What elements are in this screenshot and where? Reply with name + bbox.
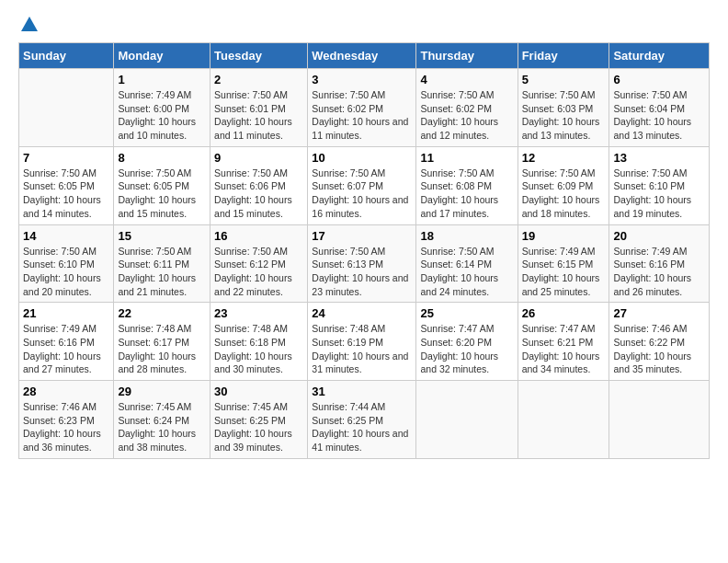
day-number: 27 xyxy=(613,306,705,320)
column-header-thursday: Thursday xyxy=(416,43,518,69)
day-info: Sunrise: 7:50 AM Sunset: 6:08 PM Dayligh… xyxy=(420,167,513,221)
day-info: Sunrise: 7:49 AM Sunset: 6:15 PM Dayligh… xyxy=(522,245,606,299)
day-info: Sunrise: 7:49 AM Sunset: 6:00 PM Dayligh… xyxy=(118,88,206,143)
day-number: 8 xyxy=(118,151,206,165)
calendar-cell: 28Sunrise: 7:46 AM Sunset: 6:23 PM Dayli… xyxy=(19,381,114,459)
day-number: 2 xyxy=(214,73,303,86)
calendar-cell: 11Sunrise: 7:50 AM Sunset: 6:08 PM Dayli… xyxy=(416,146,518,224)
calendar-cell: 12Sunrise: 7:50 AM Sunset: 6:09 PM Dayli… xyxy=(518,146,609,224)
day-info: Sunrise: 7:50 AM Sunset: 6:04 PM Dayligh… xyxy=(613,88,705,143)
day-number: 31 xyxy=(312,385,412,398)
calendar-cell: 22Sunrise: 7:48 AM Sunset: 6:17 PM Dayli… xyxy=(114,303,210,381)
day-info: Sunrise: 7:50 AM Sunset: 6:10 PM Dayligh… xyxy=(613,167,705,221)
day-info: Sunrise: 7:50 AM Sunset: 6:11 PM Dayligh… xyxy=(118,245,206,299)
day-info: Sunrise: 7:46 AM Sunset: 6:23 PM Dayligh… xyxy=(23,400,109,454)
column-header-wednesday: Wednesday xyxy=(308,43,416,69)
calendar-cell: 14Sunrise: 7:50 AM Sunset: 6:10 PM Dayli… xyxy=(19,224,114,303)
day-number: 10 xyxy=(312,151,412,165)
calendar-cell: 1Sunrise: 7:49 AM Sunset: 6:00 PM Daylig… xyxy=(114,69,210,147)
day-info: Sunrise: 7:49 AM Sunset: 6:16 PM Dayligh… xyxy=(613,245,705,299)
day-number: 17 xyxy=(312,229,412,243)
day-number: 30 xyxy=(214,385,303,398)
calendar-cell: 8Sunrise: 7:50 AM Sunset: 6:05 PM Daylig… xyxy=(114,146,210,224)
day-info: Sunrise: 7:50 AM Sunset: 6:06 PM Dayligh… xyxy=(214,167,303,221)
day-number: 3 xyxy=(312,73,412,86)
column-header-tuesday: Tuesday xyxy=(210,43,308,69)
day-number: 6 xyxy=(613,73,705,86)
day-number: 4 xyxy=(420,73,513,86)
day-info: Sunrise: 7:50 AM Sunset: 6:12 PM Dayligh… xyxy=(214,245,303,299)
calendar-cell: 29Sunrise: 7:45 AM Sunset: 6:24 PM Dayli… xyxy=(114,381,210,459)
calendar-cell: 21Sunrise: 7:49 AM Sunset: 6:16 PM Dayli… xyxy=(19,303,114,381)
day-info: Sunrise: 7:50 AM Sunset: 6:02 PM Dayligh… xyxy=(420,88,513,143)
calendar-cell: 24Sunrise: 7:48 AM Sunset: 6:19 PM Dayli… xyxy=(308,303,416,381)
column-header-saturday: Saturday xyxy=(609,43,710,69)
day-number: 23 xyxy=(214,306,303,320)
logo xyxy=(18,18,40,28)
day-number: 9 xyxy=(214,151,303,165)
column-header-sunday: Sunday xyxy=(19,43,114,69)
column-header-friday: Friday xyxy=(518,43,609,69)
day-number: 13 xyxy=(613,151,705,165)
day-info: Sunrise: 7:50 AM Sunset: 6:13 PM Dayligh… xyxy=(312,245,412,299)
day-number: 25 xyxy=(420,306,513,320)
day-info: Sunrise: 7:48 AM Sunset: 6:19 PM Dayligh… xyxy=(312,322,412,376)
calendar-cell xyxy=(416,381,518,459)
calendar-cell: 10Sunrise: 7:50 AM Sunset: 6:07 PM Dayli… xyxy=(308,146,416,224)
svg-marker-0 xyxy=(21,17,38,31)
calendar-cell: 6Sunrise: 7:50 AM Sunset: 6:04 PM Daylig… xyxy=(609,69,710,147)
calendar-cell: 7Sunrise: 7:50 AM Sunset: 6:05 PM Daylig… xyxy=(19,146,114,224)
calendar-table: SundayMondayTuesdayWednesdayThursdayFrid… xyxy=(18,42,710,459)
calendar-cell xyxy=(518,381,609,459)
day-info: Sunrise: 7:47 AM Sunset: 6:21 PM Dayligh… xyxy=(522,322,606,376)
calendar-cell: 23Sunrise: 7:48 AM Sunset: 6:18 PM Dayli… xyxy=(210,303,308,381)
calendar-cell: 15Sunrise: 7:50 AM Sunset: 6:11 PM Dayli… xyxy=(114,224,210,303)
calendar-cell: 16Sunrise: 7:50 AM Sunset: 6:12 PM Dayli… xyxy=(210,224,308,303)
day-number: 20 xyxy=(613,229,705,243)
day-number: 11 xyxy=(420,151,513,165)
week-row-5: 28Sunrise: 7:46 AM Sunset: 6:23 PM Dayli… xyxy=(19,381,710,459)
calendar-cell: 4Sunrise: 7:50 AM Sunset: 6:02 PM Daylig… xyxy=(416,69,518,147)
day-info: Sunrise: 7:50 AM Sunset: 6:02 PM Dayligh… xyxy=(312,88,412,143)
day-number: 15 xyxy=(118,229,206,243)
day-number: 21 xyxy=(23,306,109,320)
day-info: Sunrise: 7:50 AM Sunset: 6:10 PM Dayligh… xyxy=(23,245,109,299)
day-info: Sunrise: 7:48 AM Sunset: 6:17 PM Dayligh… xyxy=(118,322,206,376)
calendar-cell: 19Sunrise: 7:49 AM Sunset: 6:15 PM Dayli… xyxy=(518,224,609,303)
day-info: Sunrise: 7:44 AM Sunset: 6:25 PM Dayligh… xyxy=(312,400,412,454)
day-number: 14 xyxy=(23,229,109,243)
day-info: Sunrise: 7:50 AM Sunset: 6:14 PM Dayligh… xyxy=(420,245,513,299)
day-number: 29 xyxy=(118,385,206,398)
calendar-cell: 5Sunrise: 7:50 AM Sunset: 6:03 PM Daylig… xyxy=(518,69,609,147)
day-number: 24 xyxy=(312,306,412,320)
calendar-cell: 25Sunrise: 7:47 AM Sunset: 6:20 PM Dayli… xyxy=(416,303,518,381)
day-info: Sunrise: 7:46 AM Sunset: 6:22 PM Dayligh… xyxy=(613,322,705,376)
day-info: Sunrise: 7:45 AM Sunset: 6:25 PM Dayligh… xyxy=(214,400,303,454)
day-number: 22 xyxy=(118,306,206,320)
calendar-cell: 2Sunrise: 7:50 AM Sunset: 6:01 PM Daylig… xyxy=(210,69,308,147)
calendar-cell: 31Sunrise: 7:44 AM Sunset: 6:25 PM Dayli… xyxy=(308,381,416,459)
calendar-cell: 26Sunrise: 7:47 AM Sunset: 6:21 PM Dayli… xyxy=(518,303,609,381)
day-info: Sunrise: 7:50 AM Sunset: 6:05 PM Dayligh… xyxy=(118,167,206,221)
calendar-cell: 18Sunrise: 7:50 AM Sunset: 6:14 PM Dayli… xyxy=(416,224,518,303)
day-number: 26 xyxy=(522,306,606,320)
page-header xyxy=(18,18,710,28)
week-row-4: 21Sunrise: 7:49 AM Sunset: 6:16 PM Dayli… xyxy=(19,303,710,381)
day-number: 5 xyxy=(522,73,606,86)
day-number: 16 xyxy=(214,229,303,243)
day-info: Sunrise: 7:50 AM Sunset: 6:03 PM Dayligh… xyxy=(522,88,606,143)
day-number: 18 xyxy=(420,229,513,243)
calendar-cell: 9Sunrise: 7:50 AM Sunset: 6:06 PM Daylig… xyxy=(210,146,308,224)
week-row-2: 7Sunrise: 7:50 AM Sunset: 6:05 PM Daylig… xyxy=(19,146,710,224)
day-info: Sunrise: 7:50 AM Sunset: 6:07 PM Dayligh… xyxy=(312,167,412,221)
calendar-cell: 17Sunrise: 7:50 AM Sunset: 6:13 PM Dayli… xyxy=(308,224,416,303)
day-number: 7 xyxy=(23,151,109,165)
calendar-header-row: SundayMondayTuesdayWednesdayThursdayFrid… xyxy=(19,43,710,69)
day-info: Sunrise: 7:45 AM Sunset: 6:24 PM Dayligh… xyxy=(118,400,206,454)
day-number: 19 xyxy=(522,229,606,243)
day-info: Sunrise: 7:50 AM Sunset: 6:05 PM Dayligh… xyxy=(23,167,109,221)
calendar-cell: 30Sunrise: 7:45 AM Sunset: 6:25 PM Dayli… xyxy=(210,381,308,459)
calendar-cell: 13Sunrise: 7:50 AM Sunset: 6:10 PM Dayli… xyxy=(609,146,710,224)
calendar-cell xyxy=(19,69,114,147)
calendar-cell: 20Sunrise: 7:49 AM Sunset: 6:16 PM Dayli… xyxy=(609,224,710,303)
